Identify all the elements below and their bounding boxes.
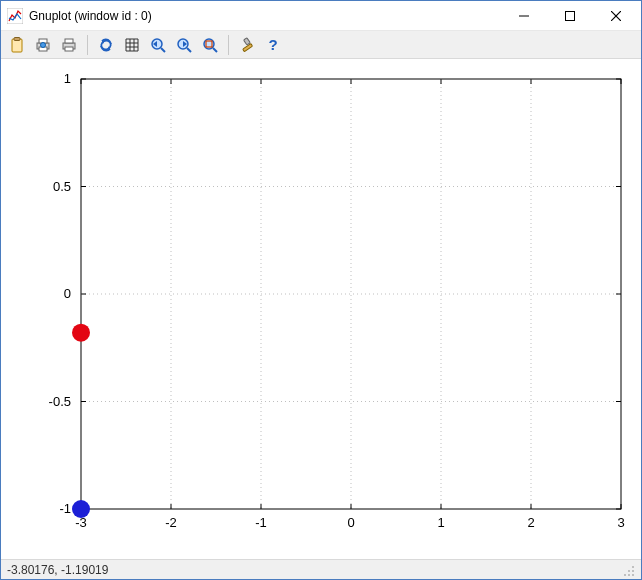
svg-rect-12 (65, 39, 73, 43)
titlebar: Gnuplot (window id : 0) (1, 1, 641, 31)
toolbar: ? (1, 31, 641, 59)
clipboard-button[interactable] (5, 33, 29, 57)
svg-text:0: 0 (347, 515, 354, 530)
help-button[interactable]: ? (261, 33, 285, 57)
grid-button[interactable] (120, 33, 144, 57)
svg-text:-1: -1 (255, 515, 267, 530)
autoscale-button[interactable] (198, 33, 222, 57)
svg-line-31 (213, 48, 217, 52)
toolbar-separator (87, 35, 88, 55)
svg-text:?: ? (268, 36, 277, 53)
options-button[interactable] (235, 33, 259, 57)
svg-text:-1: -1 (59, 501, 71, 516)
cursor-coords: -3.80176, -1.19019 (7, 563, 108, 577)
svg-point-86 (632, 574, 634, 576)
svg-rect-6 (14, 37, 20, 40)
maximize-button[interactable] (547, 1, 593, 31)
minimize-button[interactable] (501, 1, 547, 31)
svg-point-83 (632, 570, 634, 572)
app-icon (7, 8, 23, 24)
svg-text:2: 2 (527, 515, 534, 530)
svg-text:3: 3 (617, 515, 624, 530)
plot-area[interactable]: -3-2-10123-1-0.500.51 (1, 59, 641, 559)
zoom-next-button[interactable] (172, 33, 196, 57)
svg-text:-2: -2 (165, 515, 177, 530)
svg-text:1: 1 (437, 515, 444, 530)
resize-grip-icon[interactable] (621, 563, 635, 577)
data-point-blue (72, 500, 90, 518)
svg-line-28 (187, 48, 191, 52)
chart-canvas: -3-2-10123-1-0.500.51 (1, 59, 641, 559)
zoom-prev-button[interactable] (146, 33, 170, 57)
svg-rect-2 (566, 11, 575, 20)
svg-text:1: 1 (64, 71, 71, 86)
svg-point-10 (41, 42, 46, 47)
svg-text:0: 0 (64, 286, 71, 301)
svg-rect-34 (244, 37, 251, 44)
svg-point-84 (624, 574, 626, 576)
svg-line-25 (161, 48, 165, 52)
svg-text:-0.5: -0.5 (49, 394, 71, 409)
close-button[interactable] (593, 1, 639, 31)
refresh-button[interactable] (94, 33, 118, 57)
print-button[interactable] (31, 33, 55, 57)
data-point-red (72, 324, 90, 342)
statusbar: -3.80176, -1.19019 (1, 559, 641, 579)
window-title: Gnuplot (window id : 0) (29, 9, 152, 23)
app-window: Gnuplot (window id : 0) (0, 0, 642, 580)
export-button[interactable] (57, 33, 81, 57)
svg-point-85 (628, 574, 630, 576)
svg-rect-13 (65, 47, 73, 51)
svg-text:0.5: 0.5 (53, 179, 71, 194)
svg-point-82 (628, 570, 630, 572)
toolbar-separator (228, 35, 229, 55)
svg-point-81 (632, 566, 634, 568)
